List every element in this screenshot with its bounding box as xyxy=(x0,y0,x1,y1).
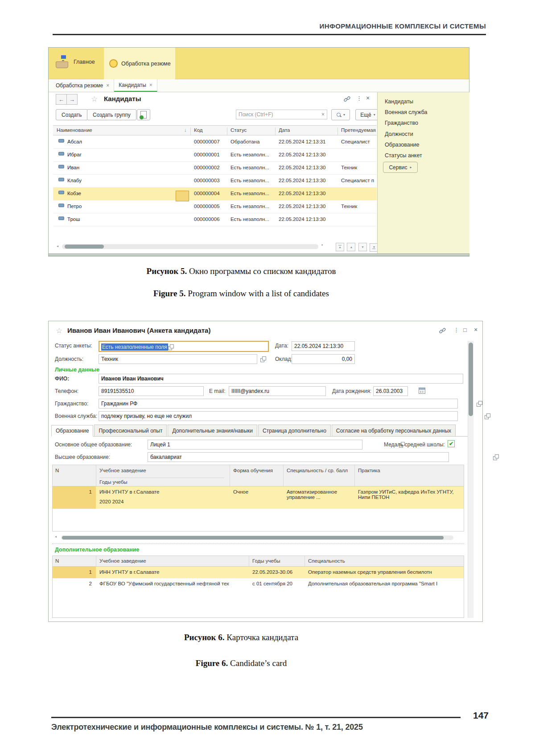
position-input[interactable]: Техник xyxy=(99,354,257,364)
sort-descending-icon: ↓ xyxy=(184,127,187,133)
table-row[interactable]: Петро 000000005 Есть незаполн... 22.05.2… xyxy=(53,200,377,213)
sidebar-item-military-service[interactable]: Военная служба xyxy=(385,109,428,115)
calendar-icon[interactable] xyxy=(419,388,425,394)
choose-icon[interactable] xyxy=(484,413,490,419)
tab-professional-experience[interactable]: Профессиональный опыт xyxy=(94,425,167,436)
choose-icon[interactable] xyxy=(168,344,174,350)
table-row[interactable]: Абсал 000000007 Обработана 22.05.2024 12… xyxy=(53,136,377,149)
app-top-bar: Главное Обработка резюме xyxy=(49,48,469,79)
maximize-icon[interactable]: □ xyxy=(463,327,467,333)
tab-additional-skills[interactable]: Дополнительные знания/навыки xyxy=(168,425,257,436)
get-link-icon[interactable] xyxy=(344,96,350,104)
service-button[interactable]: Сервис ▸ xyxy=(383,162,418,173)
col-status[interactable]: Статус xyxy=(230,127,247,133)
horizontal-scrollbar-thumb[interactable] xyxy=(65,245,104,249)
medal-checkbox[interactable]: ✔ xyxy=(448,440,455,447)
sidebar-item-positions[interactable]: Должности xyxy=(385,131,413,137)
go-first-icon[interactable]: ▲ xyxy=(336,243,344,251)
create-button[interactable]: Создать xyxy=(56,109,88,120)
vertical-scrollbar-thumb[interactable] xyxy=(469,343,473,416)
tab-education[interactable]: Образование xyxy=(51,425,93,437)
go-down-icon[interactable]: ▼ xyxy=(358,243,367,251)
create-group-button[interactable]: Создать группу xyxy=(87,109,136,120)
col-position[interactable]: Претендуемая xyxy=(341,127,376,133)
tab-resume-processing[interactable]: Обработка резюме × xyxy=(51,79,114,92)
search-button[interactable]: ▾ xyxy=(331,109,350,120)
record-icon xyxy=(58,152,64,155)
figure6-text-en: Candidate’s card xyxy=(228,658,287,668)
focused-cell[interactable] xyxy=(176,191,189,201)
salary-input[interactable]: 0,00 xyxy=(292,354,355,364)
table-row[interactable]: Клабу 000000003 Есть незаполн... 22.05.2… xyxy=(53,175,377,188)
get-link-icon[interactable] xyxy=(439,327,446,336)
back-button[interactable]: ← xyxy=(56,94,67,105)
table-row[interactable]: Трош 000000006 Есть незаполн... 22.05.20… xyxy=(53,213,377,226)
record-icon xyxy=(58,204,64,207)
cell-status: Есть незаполн... xyxy=(230,191,274,196)
tab-close-icon[interactable]: × xyxy=(149,82,152,88)
go-up-icon[interactable]: ▲ xyxy=(347,243,355,251)
close-icon[interactable]: × xyxy=(474,327,477,333)
phone-input[interactable]: 89191535510 xyxy=(99,386,204,396)
higher-education-input[interactable]: бакалавриат xyxy=(148,452,449,462)
citizenship-input[interactable]: Гражданин РФ xyxy=(99,399,458,409)
additional-table-row[interactable]: 2 ФГБОУ ВО "Уфимский государственный неф… xyxy=(53,578,464,590)
col-name[interactable]: Наименование xyxy=(57,127,92,133)
sidebar-item-candidates[interactable]: Кандидаты xyxy=(385,98,413,105)
section-main[interactable]: Главное xyxy=(54,55,95,69)
search-input[interactable]: Поиск (Ctrl+F) × xyxy=(236,110,327,119)
tab-personal-data-consent[interactable]: Согласие на обработку персональных данны… xyxy=(332,425,456,436)
sidebar-item-statuses[interactable]: Статусы анкет xyxy=(385,152,422,159)
close-form-icon[interactable]: × xyxy=(366,95,370,101)
col-specialty: Специальность xyxy=(308,558,462,564)
forward-button[interactable]: → xyxy=(66,94,78,105)
tab-candidates[interactable]: Кандидаты × xyxy=(114,79,157,92)
table-row[interactable]: Иван 000000002 Есть незаполн... 22.05.20… xyxy=(53,162,377,175)
email-input[interactable]: IIIIII@yandex.ru xyxy=(229,386,326,396)
table-row-selected[interactable]: Кобзе 000000004 Есть незаполн... 22.05.2… xyxy=(53,188,377,200)
choose-icon[interactable] xyxy=(260,356,266,362)
favorite-star-icon[interactable]: ☆ xyxy=(56,327,62,335)
search-clear-icon[interactable]: × xyxy=(321,111,325,118)
scroll-right-icon[interactable]: • xyxy=(321,243,323,247)
command-panel: Кандидаты Военная служба Гражданство Дол… xyxy=(377,92,469,253)
choose-icon[interactable] xyxy=(476,400,482,407)
search-dropdown-icon: ▾ xyxy=(343,113,345,117)
cell-n: 1 xyxy=(53,569,92,575)
more-button[interactable]: Ещё ▾ xyxy=(355,109,380,120)
table-header[interactable]: Наименование ↓ Код Статус Дата Претендуе… xyxy=(53,125,377,135)
birthdate-input[interactable]: 26.03.2003 xyxy=(373,386,408,396)
horizontal-scrollbar-thumb[interactable] xyxy=(62,536,444,539)
tab-label: Кандидаты xyxy=(119,82,146,88)
additional-education-table[interactable]: N Учебное заведение Годы учебы Специальн… xyxy=(52,556,464,618)
sidebar-item-education[interactable]: Образование xyxy=(385,142,419,148)
cell-specialty: Дополнительная образовательная программа… xyxy=(308,581,463,586)
favorite-star-icon[interactable]: ☆ xyxy=(91,95,98,103)
col-code[interactable]: Код xyxy=(194,127,203,133)
status-input[interactable]: Есть незаполненные поля xyxy=(99,341,269,352)
cell-position: Техник xyxy=(341,165,376,170)
scroll-left-icon[interactable]: ◂ xyxy=(57,244,58,248)
figure5-label-en: Figure 5. xyxy=(153,289,185,298)
fio-input[interactable]: Иванов Иван Иванович xyxy=(99,374,463,384)
tab-close-icon[interactable]: × xyxy=(106,82,109,89)
choose-icon[interactable] xyxy=(493,454,499,460)
sidebar-item-citizenship[interactable]: Гражданство xyxy=(385,120,418,126)
cell-date: 22.05.2024 12:13:30 xyxy=(279,165,337,170)
section-resume-processing[interactable]: Обработка резюме xyxy=(104,48,175,79)
date-input[interactable]: 22.05.2024 12:13:30 xyxy=(292,341,355,351)
cell-name: Кобзе xyxy=(67,191,170,196)
education-table[interactable]: N Учебное заведение Годы учебы Форма обу… xyxy=(52,465,464,531)
col-date[interactable]: Дата xyxy=(279,127,290,133)
load-button[interactable] xyxy=(137,109,150,120)
table-row[interactable]: Ибраг 000000001 Есть незаполн... 22.05.2… xyxy=(53,149,377,162)
education-table-row[interactable]: 1 ИНН УГНТУ в г.Салавате 2020 2024 Очное… xyxy=(53,486,464,509)
scroll-left-icon[interactable]: ◂ xyxy=(55,535,57,539)
more-menu-icon[interactable]: ⋮ xyxy=(453,327,459,333)
military-input[interactable]: подлежу призыву, но еще не служил xyxy=(99,411,458,421)
figure6-label-ru: Рисунок 6. xyxy=(184,633,225,642)
school-input[interactable]: Лицей 1 xyxy=(148,440,362,450)
additional-table-row[interactable]: 1 ИНН УГНТУ в г.Салавате 22.05.2023-30.0… xyxy=(53,567,464,578)
tab-additional-page[interactable]: Страница дополнительно xyxy=(258,425,331,436)
more-menu-icon[interactable]: ⋮ xyxy=(356,95,362,101)
